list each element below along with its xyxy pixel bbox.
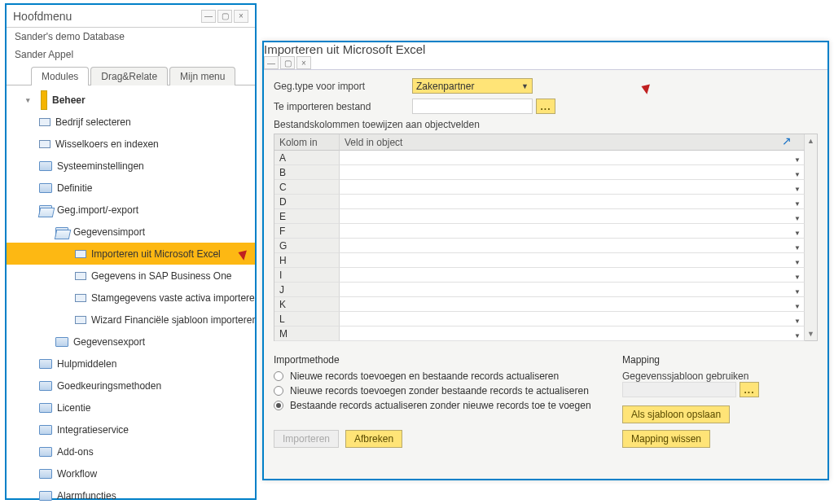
tab-mijn-menu[interactable]: Mijn menu <box>169 67 235 85</box>
import-method-option[interactable]: Nieuwe records toevoegen en bestaande re… <box>274 370 606 382</box>
item-icon <box>39 140 50 148</box>
grid-cell-kolom: G <box>274 239 340 253</box>
main-menu-window: Hoofdmenu — ▢ × Sander's demo Database S… <box>5 3 257 500</box>
tree-definitie[interactable]: Definitie <box>7 177 255 199</box>
grid-cell-kolom: J <box>274 283 340 297</box>
grid-row[interactable]: C▼ <box>274 180 805 195</box>
tab-drag-relate[interactable]: Drag&Relate <box>90 67 168 85</box>
minimize-button[interactable]: — <box>201 10 216 23</box>
tree-label: Workflow <box>57 468 97 480</box>
tree-label: Systeeminstellingen <box>57 160 144 172</box>
database-label: Sander's demo Database <box>7 28 255 46</box>
grid-cell-veld[interactable]: ▼ <box>340 297 805 312</box>
module-admin-icon <box>41 90 47 110</box>
user-label: Sander Appel <box>7 46 255 64</box>
tree-systeeminstellingen[interactable]: Systeeminstellingen <box>7 155 255 177</box>
tree-label: Alarmfuncties <box>57 490 116 502</box>
label-file: Te importeren bestand <box>274 101 412 112</box>
grid-row[interactable]: F▼ <box>274 224 805 239</box>
grid-cell-veld[interactable]: ▼ <box>340 224 805 239</box>
grid-cell-veld[interactable]: ▼ <box>340 312 805 327</box>
import-body: Geg.type voor import Zakenpartner ▼ Te i… <box>264 70 827 461</box>
grid-row[interactable]: M▼ <box>274 327 805 341</box>
tree-alarmfuncties[interactable]: Alarmfuncties <box>7 484 255 504</box>
caret-icon: ▾ <box>23 95 33 105</box>
maximize-button[interactable]: ▢ <box>280 56 295 69</box>
grid-row[interactable]: I▼ <box>274 268 805 283</box>
tree-beheer[interactable]: ▾ Beheer <box>7 89 255 111</box>
browse-button[interactable]: ... <box>536 99 555 114</box>
save-template-button[interactable]: Als sjabloon opslaan <box>622 405 730 423</box>
import-method-title: Importmethode <box>274 354 606 366</box>
grid-row[interactable]: H▼ <box>274 253 805 268</box>
grid-cell-veld[interactable]: ▼ <box>340 165 805 180</box>
grid-cell-veld[interactable]: ▼ <box>340 209 805 224</box>
grid-cell-veld[interactable]: ▼ <box>340 253 805 268</box>
grid-row[interactable]: K▼ <box>274 297 805 312</box>
col-header-kolom: Kolom in bestand <box>274 134 340 151</box>
grid-row[interactable]: B▼ <box>274 165 805 180</box>
mapping-template-row: Gegevenssjabloon gebruiken <box>622 370 818 382</box>
radio-label: Nieuwe records toevoegen zonder bestaand… <box>290 385 589 397</box>
file-input[interactable] <box>412 99 533 114</box>
grid-cell-kolom: K <box>274 297 340 312</box>
tree-label: Goedkeuringsmethoden <box>57 380 161 392</box>
maximize-button[interactable]: ▢ <box>217 10 232 23</box>
tree-import-excel[interactable]: Importeren uit Microsoft Excel <box>7 243 255 265</box>
import-method-option[interactable]: Nieuwe records toevoegen zonder bestaand… <box>274 385 606 397</box>
grid-cell-kolom: H <box>274 253 340 268</box>
grid-cell-veld[interactable]: ▼ <box>340 327 805 341</box>
grid-row[interactable]: L▼ <box>274 312 805 327</box>
tree-workflow[interactable]: Workflow <box>7 462 255 484</box>
tree-integratieservice[interactable]: Integratieservice <box>7 419 255 440</box>
tree-wisselkoers[interactable]: Wisselkoers en indexen <box>7 133 255 155</box>
tree-label: Beheer <box>52 94 86 106</box>
grid-cell-veld[interactable]: ▼ <box>340 268 805 283</box>
tree-label: Gegevensimport <box>73 226 145 238</box>
tab-modules[interactable]: Modules <box>31 67 89 85</box>
grid-row[interactable]: J▼ <box>274 283 805 297</box>
main-window-controls: — ▢ × <box>201 10 248 23</box>
close-button[interactable]: × <box>234 10 248 23</box>
chevron-down-icon: ▼ <box>794 226 801 239</box>
scroll-up-icon[interactable]: ▲ <box>807 134 814 147</box>
import-method-option[interactable]: Bestaande records actualiseren zonder ni… <box>274 400 606 411</box>
folder-icon <box>39 447 52 457</box>
grid-cell-veld[interactable]: ▼ <box>340 151 805 165</box>
import-button[interactable]: Importeren <box>274 430 339 448</box>
popout-icon[interactable]: ↗ <box>777 134 792 149</box>
grid-row[interactable]: A▼ <box>274 151 805 165</box>
grid-row[interactable]: D▼ <box>274 195 805 209</box>
tree-gegevensexport[interactable]: Gegevensexport <box>7 331 255 353</box>
mapping-grid: Kolom in bestand Veld in object ↗ A▼B▼C▼… <box>274 134 805 341</box>
tree-gegevens-sap[interactable]: Gegevens in SAP Business One <box>7 265 255 287</box>
item-icon <box>75 250 86 258</box>
tree-gegevensimport[interactable]: Gegevensimport <box>7 221 255 243</box>
minimize-button[interactable]: — <box>264 56 279 69</box>
mapping-browse-button[interactable]: ... <box>740 382 759 397</box>
grid-cell-veld[interactable]: ▼ <box>340 239 805 253</box>
tree-addons[interactable]: Add-ons <box>7 440 255 462</box>
mapping-template-input[interactable] <box>622 382 736 397</box>
tree-geg-import-export[interactable]: Geg.import/-export <box>7 199 255 221</box>
tree-goedkeuringsmethoden[interactable]: Goedkeuringsmethoden <box>7 375 255 397</box>
tree-wizard-fin-sjabloon[interactable]: Wizard Financiële sjabloon importeren <box>7 309 255 331</box>
data-type-dropdown[interactable]: Zakenpartner ▼ <box>412 78 533 94</box>
tree-bedrijf-selecteren[interactable]: Bedrijf selecteren <box>7 111 255 133</box>
chevron-down-icon: ▼ <box>794 197 801 209</box>
grid-cell-veld[interactable]: ▼ <box>340 195 805 209</box>
grid-cell-veld[interactable]: ▼ <box>340 180 805 195</box>
label-data-type: Geg.type voor import <box>274 81 412 92</box>
cancel-button[interactable]: Afbreken <box>345 430 402 448</box>
tree-stamgegevens-activa[interactable]: Stamgegevens vaste activa importeren <box>7 287 255 309</box>
tree-licentie[interactable]: Licentie <box>7 397 255 419</box>
scroll-down-icon[interactable]: ▼ <box>807 327 814 340</box>
grid-row[interactable]: E▼ <box>274 209 805 224</box>
clear-mapping-button[interactable]: Mapping wissen <box>622 430 710 448</box>
close-button[interactable]: × <box>296 56 311 69</box>
tree-hulpmiddelen[interactable]: Hulpmiddelen <box>7 353 255 375</box>
grid-cell-veld[interactable]: ▼ <box>340 283 805 297</box>
grid-row[interactable]: G▼ <box>274 239 805 253</box>
import-title: Importeren uit Microsoft Excel <box>264 42 425 56</box>
grid-scrollbar[interactable]: ▲ ▼ <box>805 134 818 341</box>
